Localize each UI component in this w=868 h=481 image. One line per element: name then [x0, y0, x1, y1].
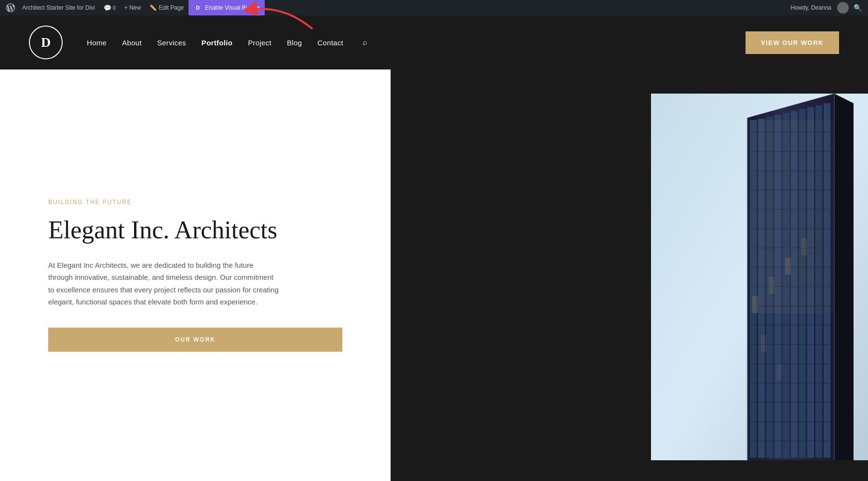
nav-project[interactable]: Project [248, 39, 271, 47]
avatar [837, 2, 849, 14]
howdy-text[interactable]: Howdy, Deanna [787, 4, 836, 11]
building-illustration [651, 94, 868, 460]
nav-services[interactable]: Services [157, 39, 186, 47]
site-title-text: Architect Starter Site for Divi [22, 4, 95, 11]
comments-bar-item[interactable]: 💬 0 [100, 0, 120, 15]
wp-logo[interactable] [4, 1, 17, 14]
hero-title: Elegant Inc. Architects [48, 215, 342, 245]
comment-count: 0 [113, 5, 116, 11]
svg-rect-37 [750, 120, 834, 313]
svg-rect-36 [776, 364, 782, 381]
main-content: BUILDING THE FUTURE Elegant Inc. Archite… [0, 69, 868, 481]
enable-visual-label: Enable Visual Builder [205, 4, 260, 11]
site-header: D Home About Services Portfolio Project … [0, 15, 868, 69]
nav-contact[interactable]: Contact [317, 39, 343, 47]
admin-bar: Architect Starter Site for Divi 💬 0 + Ne… [0, 0, 868, 15]
divi-icon: D [193, 3, 202, 12]
enable-visual-builder-item[interactable]: D Enable Visual Builder [189, 0, 265, 15]
nav-home[interactable]: Home [87, 39, 107, 47]
edit-page-label: Edit Page [159, 4, 184, 11]
header-cta-button[interactable]: VIEW OUR WORK [746, 31, 839, 54]
site-nav: Home About Services Portfolio Project Bl… [87, 38, 746, 47]
hero-body: At Elegant Inc Architects, we are dedica… [48, 259, 280, 308]
nav-portfolio[interactable]: Portfolio [202, 39, 232, 47]
hero-content-left: BUILDING THE FUTURE Elegant Inc. Archite… [0, 69, 391, 481]
logo-letter: D [41, 35, 51, 50]
wordpress-icon [6, 3, 15, 12]
hero-cta-button[interactable]: OUR WORK [48, 328, 342, 352]
svg-marker-2 [834, 94, 854, 460]
nav-search-icon[interactable]: ⌕ [363, 38, 367, 47]
pencil-icon: ✏️ [149, 4, 157, 11]
site-title-bar-item[interactable]: Architect Starter Site for Divi [18, 0, 99, 15]
svg-rect-35 [761, 335, 767, 352]
hero-eyebrow: BUILDING THE FUTURE [48, 199, 342, 206]
admin-bar-left: Architect Starter Site for Divi 💬 0 + Ne… [4, 0, 787, 15]
admin-bar-right: Howdy, Deanna 🔍 [787, 1, 865, 14]
admin-search-icon[interactable]: 🔍 [851, 1, 864, 14]
edit-page-bar-item[interactable]: ✏️ Edit Page [146, 0, 188, 15]
nav-blog[interactable]: Blog [287, 39, 302, 47]
building-image-container [651, 94, 868, 460]
comment-icon: 💬 [104, 4, 111, 12]
nav-about[interactable]: About [122, 39, 142, 47]
hero-content-right [391, 69, 868, 481]
new-bar-item[interactable]: + New [121, 0, 145, 15]
site-logo[interactable]: D [29, 26, 63, 59]
new-label: + New [124, 4, 141, 11]
